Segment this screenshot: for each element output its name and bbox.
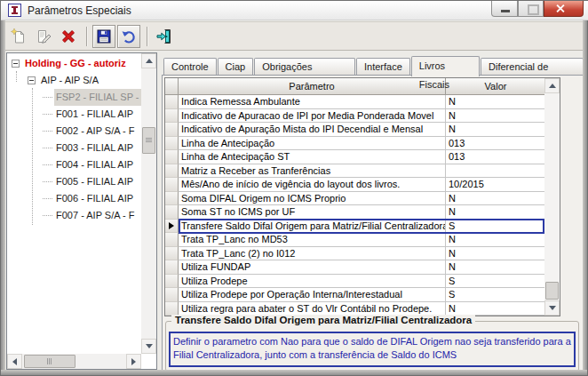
tab-strip: Controle Ciap Obrigações Estaduais Inter… [162, 55, 584, 76]
value-cell[interactable]: N [446, 109, 544, 124]
param-cell[interactable]: Soma DIFAL Origem no ICMS Proprio [179, 192, 446, 206]
value-cell[interactable]: 013 [446, 137, 544, 151]
tree-branch-icon [43, 215, 52, 216]
tree-node-filial[interactable]: F002 - AIP S/A - F [7, 123, 141, 140]
tree-branch-icon [43, 181, 52, 182]
delete-button[interactable] [57, 25, 80, 48]
table-row[interactable]: Matriz a Receber as Tranferências [165, 164, 544, 179]
value-cell[interactable]: S [446, 288, 544, 302]
scroll-left-icon[interactable] [7, 354, 22, 369]
value-cell[interactable]: S [446, 275, 544, 289]
param-cell[interactable]: Utiliza Prodepe [179, 275, 446, 289]
scroll-down-icon[interactable] [544, 300, 560, 316]
toolbar-separator [147, 27, 148, 46]
value-cell[interactable]: N [446, 192, 544, 206]
edit-button[interactable] [32, 25, 55, 48]
table-row[interactable]: Linha de Antecipação 013 [165, 137, 544, 151]
param-cell[interactable]: Mês/Ano de início de vigência do layout … [179, 178, 446, 192]
tree-vertical-scrollbar[interactable] [141, 53, 156, 354]
scrollbar-thumb[interactable] [142, 127, 155, 154]
table-row[interactable]: Soma DIFAL Origem no ICMS Proprio N [165, 192, 544, 206]
param-cell[interactable]: Transfere Saldo Difal Origem para Matriz… [179, 220, 446, 234]
table-row[interactable]: Utiliza regra para abater o ST do Vlr Co… [165, 302, 544, 316]
tab[interactable]: Interface [356, 58, 410, 76]
tree-node-aip[interactable]: AIP - AIP S/A [7, 72, 141, 89]
close-button[interactable] [544, 1, 584, 17]
undo-button[interactable] [117, 25, 140, 48]
param-cell[interactable]: Trata TP_Lanc no MD53 [179, 233, 446, 247]
tab[interactable]: Controle [163, 58, 217, 76]
value-cell[interactable]: 10/2015 [446, 178, 544, 192]
table-row[interactable]: Utiliza Prodepe por Operação Interna/Int… [165, 288, 544, 302]
value-cell[interactable]: S [446, 220, 544, 234]
scroll-up-icon[interactable] [141, 53, 156, 68]
param-cell[interactable]: Soma ST no ICMS por UF [179, 205, 446, 220]
minimize-button[interactable] [491, 1, 518, 17]
param-cell[interactable]: Utiliza FUNDAP [179, 260, 446, 275]
tree-node-holding[interactable]: Holding - GG - autoriz [7, 55, 141, 72]
detail-description: Definir o parametro com Nao para que o s… [169, 332, 576, 367]
table-row[interactable]: Mês/Ano de início de vigência do layout … [165, 178, 544, 192]
collapse-icon[interactable] [12, 60, 20, 68]
tree-node-filial[interactable]: F003 - FILIAL AIP [7, 140, 141, 156]
value-cell[interactable]: N [446, 302, 544, 316]
table-row[interactable]: Linha de Antecipação ST 013 [165, 150, 544, 164]
tree-node-filial[interactable]: F004 - FILIAL AIP [7, 156, 141, 173]
undo-icon [120, 28, 138, 45]
value-cell[interactable]: N [446, 123, 544, 137]
tree-node-filial[interactable]: F005 - FILIAL AIP [7, 173, 141, 190]
tab[interactable]: Ciap [218, 58, 254, 76]
value-cell[interactable] [446, 164, 544, 179]
table-row[interactable]: Transfere Saldo Difal Origem para Matriz… [165, 220, 544, 234]
scroll-down-icon[interactable] [141, 339, 156, 354]
param-cell[interactable]: Indica Remessa Ambulante [179, 95, 446, 109]
table-row[interactable]: Indicativo de Apuracao de IPI por Media … [165, 109, 544, 124]
table-row[interactable]: Indicativo de Apuração Mista do IPI Dece… [165, 123, 544, 137]
value-cell[interactable]: N [446, 233, 544, 247]
value-cell[interactable]: N [446, 247, 544, 261]
tree-horizontal-scrollbar[interactable] [7, 354, 141, 369]
maximize-button[interactable] [518, 1, 544, 17]
parameters-tab-panel: Controle Ciap Obrigações Estaduais Inter… [162, 55, 584, 375]
param-cell[interactable]: Utiliza Prodepe por Operação Interna/Int… [179, 288, 446, 302]
tree-node-filial[interactable]: F006 - FILIAL AIP [7, 190, 141, 207]
table-row[interactable]: Utiliza Prodepe S [165, 275, 544, 289]
scrollbar-thumb[interactable] [545, 282, 559, 300]
scrollbar-thumb[interactable] [24, 355, 75, 368]
param-cell[interactable]: Utiliza regra para abater o ST do Vlr Co… [179, 302, 446, 316]
table-row[interactable]: Trata TP_Lanc (2) no I012 N [165, 247, 544, 261]
tab[interactable]: Livros Fiscais [411, 56, 480, 76]
tree-node-filial[interactable]: F007 - AIP S/A - F [7, 207, 141, 224]
tree-node-filial[interactable]: F001 - FILIAL AIP [7, 106, 141, 123]
tree-node-filial[interactable]: FSP2 - FILIAL SP - [7, 89, 141, 106]
param-cell[interactable]: Linha de Antecipação [179, 137, 446, 151]
param-cell[interactable]: Trata TP_Lanc (2) no I012 [179, 247, 446, 261]
param-cell[interactable]: Indicativo de Apuracao de IPI por Media … [179, 109, 446, 124]
tab[interactable]: Diferencial de Alíquota [481, 58, 584, 76]
param-column-header: Parâmetro [179, 78, 446, 95]
scroll-right-icon[interactable] [126, 354, 141, 369]
grid-vertical-scrollbar[interactable] [544, 78, 560, 316]
param-cell[interactable]: Indicativo de Apuração Mista do IPI Dece… [179, 123, 446, 137]
exit-button[interactable] [153, 25, 176, 48]
table-row[interactable]: Indica Remessa Ambulante N [165, 95, 544, 109]
scroll-up-icon[interactable] [544, 78, 560, 93]
param-cell[interactable]: Matriz a Receber as Tranferências [179, 164, 446, 179]
new-button[interactable] [7, 25, 30, 48]
value-cell[interactable]: 013 [446, 150, 544, 164]
toolbar [3, 21, 586, 51]
collapse-icon[interactable] [28, 76, 36, 84]
table-row[interactable]: Utiliza FUNDAP N [165, 260, 544, 275]
param-cell[interactable]: Linha de Antecipação ST [179, 150, 446, 164]
table-row[interactable]: Trata TP_Lanc no MD53 N [165, 233, 544, 247]
value-cell[interactable]: N [446, 205, 544, 220]
row-indicator [165, 247, 179, 261]
value-cell[interactable]: N [446, 95, 544, 109]
tab[interactable]: Obrigações Estaduais [254, 58, 355, 76]
save-button[interactable] [92, 25, 115, 48]
titlebar: Parâmetros Especiais [1, 1, 588, 20]
value-cell[interactable]: N [446, 260, 544, 275]
row-indicator [165, 275, 179, 289]
table-row[interactable]: Soma ST no ICMS por UF N [165, 205, 544, 220]
window-frame [1, 20, 5, 375]
